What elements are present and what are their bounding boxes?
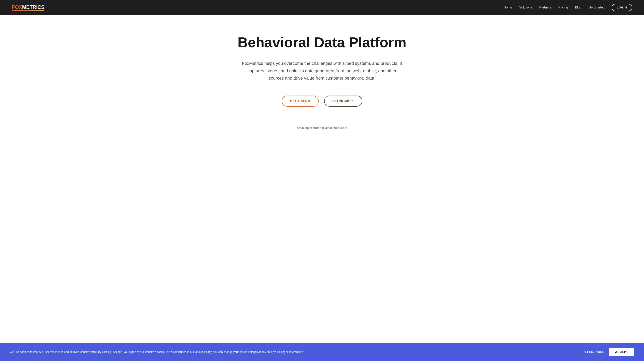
nav-item-get-started[interactable]: Get Started (588, 6, 604, 9)
nav-item-partners[interactable]: Partners (539, 6, 551, 9)
nav-item-home[interactable]: Home (504, 6, 512, 9)
cookie-text: We use cookies to improve user experienc… (10, 350, 572, 354)
nav-item-login[interactable]: LOGIN (612, 4, 632, 11)
learn-more-button[interactable]: LEARN MORE (324, 96, 362, 107)
clients-label: Amazing results for amazing clients (297, 126, 347, 129)
cookie-text-part1: We use cookies to improve user experienc… (10, 350, 195, 354)
nav-item-solutions[interactable]: Solutions (519, 6, 532, 9)
clients-section: Amazing results for amazing clients (0, 118, 644, 147)
nav-link-home[interactable]: Home (504, 6, 512, 9)
hero-section: Behavioral Data Platform FoxMetrics help… (0, 15, 644, 118)
cookie-banner: We use cookies to improve user experienc… (0, 343, 644, 361)
hero-subtitle: FoxMetrics helps you overcome the challe… (241, 60, 403, 82)
nav-link-get-started[interactable]: Get Started (588, 6, 604, 9)
logo-fox: FOX (12, 4, 22, 10)
hero-buttons: GET A DEMO LEARN MORE (282, 96, 362, 107)
cookie-policy-link[interactable]: Cookie Policy (195, 350, 212, 354)
get-demo-button[interactable]: GET A DEMO (282, 96, 319, 107)
cookie-actions: PREFERENCES ACCEPT (580, 348, 634, 356)
navbar: FOXMETRICS Home Solutions Partners Prici… (0, 0, 644, 15)
cookie-text-part3: ." (302, 350, 304, 354)
nav-link-solutions[interactable]: Solutions (519, 6, 532, 9)
logo: FOXMETRICS (12, 4, 44, 11)
nav-link-pricing[interactable]: Pricing (558, 6, 568, 9)
nav-item-blog[interactable]: Blog (575, 6, 581, 9)
cookie-preferences-link[interactable]: Preferences (287, 350, 302, 354)
login-button[interactable]: LOGIN (612, 4, 632, 11)
logo-underline (12, 10, 44, 11)
nav-item-pricing[interactable]: Pricing (558, 6, 568, 9)
nav-link-blog[interactable]: Blog (575, 6, 581, 9)
hero-title: Behavioral Data Platform (238, 35, 406, 50)
nav-link-partners[interactable]: Partners (539, 6, 551, 9)
accept-button[interactable]: ACCEPT (609, 348, 634, 356)
hero-content: Behavioral Data Platform FoxMetrics help… (224, 15, 420, 118)
cookie-text-part2: . You can change your cookie settings at… (212, 350, 287, 354)
preferences-button[interactable]: PREFERENCES (580, 350, 604, 354)
nav-links: Home Solutions Partners Pricing Blog Get… (504, 4, 632, 11)
logo-metrics: METRICS (22, 4, 44, 10)
